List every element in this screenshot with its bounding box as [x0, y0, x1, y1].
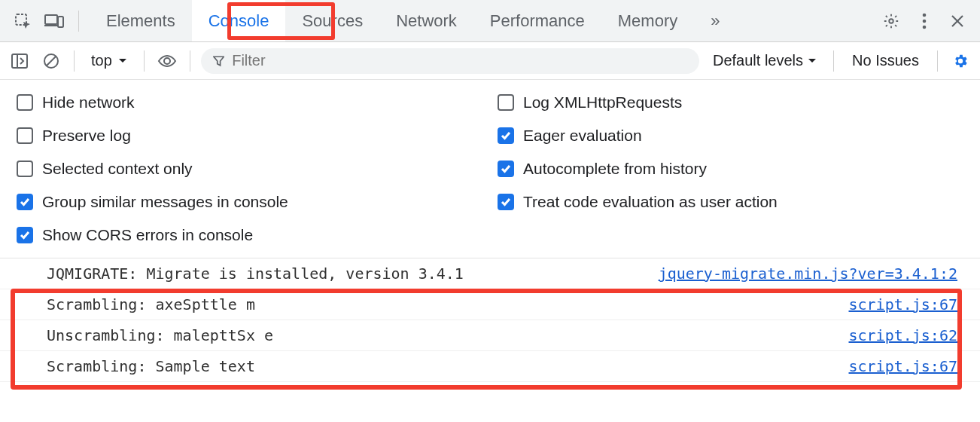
- checkbox-icon: [498, 127, 514, 144]
- tab-console[interactable]: Console: [192, 0, 286, 41]
- separator: [190, 50, 190, 72]
- console-settings-panel: Hide networkPreserve logSelected context…: [0, 80, 980, 258]
- filter-input[interactable]: [232, 52, 687, 69]
- separator: [937, 50, 938, 72]
- console-output-wrap: JQMIGRATE: Migrate is installed, version…: [0, 258, 980, 382]
- checkbox-icon: [17, 227, 33, 243]
- device-toolbar-icon[interactable]: [42, 9, 66, 33]
- tab-network[interactable]: Network: [379, 0, 473, 41]
- checkbox-label: Autocomplete from history: [523, 160, 707, 178]
- log-message: Scrambling: axeSpttle m: [47, 295, 849, 313]
- settings-col-right: Log XMLHttpRequestsEager evaluationAutoc…: [498, 93, 963, 244]
- more-tabs-button[interactable]: »: [694, 0, 732, 41]
- kebab-menu-icon[interactable]: [912, 9, 936, 33]
- separator: [144, 50, 145, 72]
- log-levels-dropdown[interactable]: Default levels: [707, 52, 823, 69]
- checkbox-label: Group similar messages in console: [42, 193, 288, 211]
- console-log-row: JQMIGRATE: Migrate is installed, version…: [0, 258, 980, 289]
- checkbox-icon: [17, 194, 33, 210]
- log-source-link[interactable]: script.js:67: [849, 295, 958, 313]
- checkbox-label: Log XMLHttpRequests: [523, 93, 682, 112]
- svg-point-5: [923, 13, 927, 17]
- checkbox-label: Treat code evaluation as user action: [523, 193, 778, 211]
- svg-rect-3: [58, 17, 63, 27]
- svg-line-13: [47, 57, 56, 66]
- log-source-link[interactable]: script.js:62: [849, 326, 958, 344]
- settings-gear-icon[interactable]: [879, 9, 903, 33]
- tab-label: Performance: [490, 11, 585, 31]
- tab-list: Elements Console Sources Network Perform…: [90, 0, 733, 41]
- checkbox-label: Selected context only: [42, 160, 193, 178]
- console-log-row: Scrambling: Sample textscript.js:67: [0, 351, 980, 382]
- checkbox-icon: [17, 94, 33, 111]
- svg-point-12: [44, 54, 58, 68]
- svg-point-4: [889, 19, 893, 23]
- svg-point-7: [923, 25, 927, 29]
- issues-counter[interactable]: No Issues: [845, 52, 927, 69]
- settings-checkbox-row[interactable]: Group similar messages in console: [17, 193, 482, 211]
- live-expression-icon[interactable]: [155, 49, 179, 73]
- svg-rect-0: [16, 14, 26, 25]
- svg-point-14: [164, 58, 170, 64]
- settings-checkbox-row[interactable]: Eager evaluation: [498, 127, 963, 145]
- log-message: Unscrambling: malepttSx e: [47, 326, 849, 344]
- levels-label: Default levels: [713, 52, 803, 69]
- log-source-link[interactable]: script.js:67: [849, 357, 958, 375]
- checkbox-icon: [498, 194, 514, 210]
- tab-label: Network: [396, 11, 457, 31]
- checkbox-icon: [498, 161, 514, 177]
- chevron-down-icon: [118, 58, 127, 64]
- inspect-element-icon[interactable]: [11, 9, 35, 33]
- separator: [833, 50, 834, 72]
- svg-point-6: [923, 19, 927, 23]
- settings-checkbox-row[interactable]: Selected context only: [17, 160, 482, 178]
- svg-line-8: [952, 16, 963, 26]
- tab-label: Sources: [302, 11, 363, 31]
- chevron-right-double-icon: »: [711, 11, 716, 31]
- log-source-link[interactable]: jquery-migrate.min.js?ver=3.4.1:2: [659, 265, 957, 283]
- close-icon[interactable]: [945, 9, 969, 33]
- tab-memory[interactable]: Memory: [601, 0, 694, 41]
- context-selector[interactable]: top: [85, 52, 133, 69]
- tab-sources[interactable]: Sources: [285, 0, 379, 41]
- filter-input-wrap: [201, 48, 699, 74]
- settings-col-left: Hide networkPreserve logSelected context…: [17, 93, 482, 244]
- console-settings-gear-icon[interactable]: [948, 49, 972, 73]
- tabbar-left-controls: [5, 9, 75, 33]
- settings-checkbox-row[interactable]: Autocomplete from history: [498, 160, 963, 178]
- chevron-down-icon: [808, 58, 817, 64]
- svg-rect-10: [12, 54, 27, 68]
- svg-line-9: [952, 16, 963, 26]
- log-message: JQMIGRATE: Migrate is installed, version…: [47, 265, 659, 283]
- settings-checkbox-row[interactable]: Log XMLHttpRequests: [498, 93, 963, 112]
- checkbox-icon: [17, 161, 33, 177]
- tab-performance[interactable]: Performance: [473, 0, 601, 41]
- separator: [78, 11, 79, 32]
- settings-checkbox-row[interactable]: Preserve log: [17, 127, 482, 145]
- separator: [74, 50, 75, 72]
- devtools-tabbar: Elements Console Sources Network Perform…: [0, 0, 980, 42]
- issues-label: No Issues: [852, 52, 919, 69]
- filter-funnel-icon: [213, 55, 224, 67]
- svg-rect-1: [45, 15, 57, 24]
- tab-elements[interactable]: Elements: [90, 0, 192, 41]
- settings-checkbox-row[interactable]: Treat code evaluation as user action: [498, 193, 963, 211]
- toggle-sidebar-icon[interactable]: [8, 49, 32, 73]
- tab-label: Elements: [106, 11, 175, 31]
- log-message: Scrambling: Sample text: [47, 357, 849, 375]
- checkbox-label: Hide network: [42, 93, 135, 112]
- clear-console-icon[interactable]: [39, 49, 63, 73]
- tab-label: Memory: [618, 11, 677, 31]
- checkbox-label: Show CORS errors in console: [42, 226, 253, 244]
- tabbar-right-controls: [879, 9, 975, 33]
- tab-label: Console: [208, 11, 269, 31]
- checkbox-label: Eager evaluation: [523, 127, 642, 145]
- checkbox-label: Preserve log: [42, 127, 131, 145]
- checkbox-icon: [498, 94, 514, 111]
- console-log-row: Scrambling: axeSpttle mscript.js:67: [0, 289, 980, 320]
- settings-checkbox-row[interactable]: Show CORS errors in console: [17, 226, 482, 244]
- context-label: top: [91, 52, 112, 69]
- settings-checkbox-row[interactable]: Hide network: [17, 93, 482, 112]
- console-output: JQMIGRATE: Migrate is installed, version…: [0, 258, 980, 382]
- console-log-row: Unscrambling: malepttSx escript.js:62: [0, 320, 980, 351]
